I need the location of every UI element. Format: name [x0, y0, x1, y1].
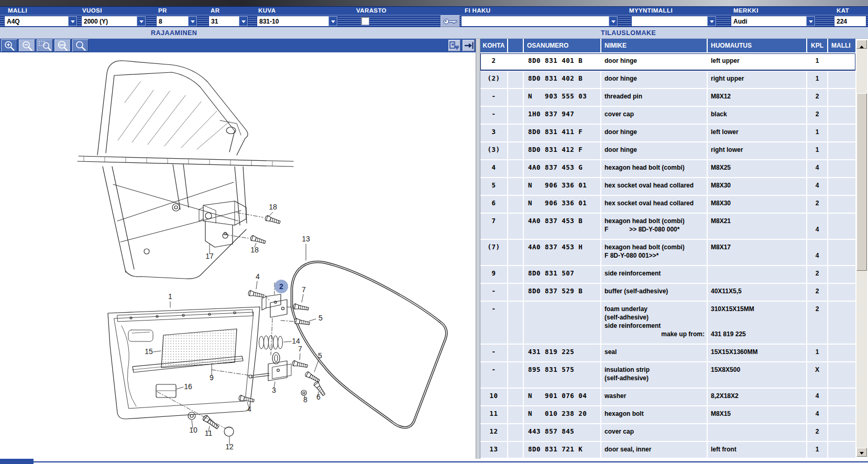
- cell-c3: washer: [601, 389, 708, 405]
- part-callout[interactable]: 5: [318, 351, 322, 360]
- part-callout[interactable]: 16: [184, 382, 192, 391]
- malli-input[interactable]: [5, 16, 77, 26]
- cell-c0: 2: [480, 53, 508, 70]
- merkki-input[interactable]: [731, 16, 815, 26]
- merkki-combobox[interactable]: [731, 16, 816, 27]
- ar-combobox[interactable]: [208, 16, 248, 27]
- part-callout[interactable]: 17: [205, 252, 214, 260]
- table-row[interactable]: (3)8D0 831 412 Fdoor hingeright lower1: [480, 142, 855, 159]
- part-callout[interactable]: 6: [316, 393, 321, 401]
- fi-haku-dropdown-arrow-icon[interactable]: [609, 16, 618, 26]
- cell-c3: side reinforcement: [601, 266, 708, 283]
- kuva-combobox[interactable]: [257, 16, 338, 27]
- part-callout[interactable]: 9: [210, 373, 214, 382]
- cell-c5: 2: [807, 107, 828, 124]
- kat-input[interactable]: [834, 16, 866, 26]
- column-header[interactable]: HUOMAUTUS: [708, 39, 807, 52]
- table-row[interactable]: 28D0 831 401 Bdoor hingeleft upper1: [480, 53, 855, 70]
- varasto-checkbox[interactable]: [361, 17, 369, 25]
- zoom-selection-icon: [38, 40, 52, 51]
- kuva-input[interactable]: [257, 16, 337, 26]
- table-row[interactable]: 10N 901 076 04washer8,2X18X24: [480, 389, 855, 405]
- scroll-down-button[interactable]: [856, 448, 867, 457]
- part-callout[interactable]: 8: [303, 395, 307, 404]
- cell-c1: [508, 71, 524, 88]
- table-row[interactable]: -foam underlay(self-adhesive)side reinfo…: [480, 302, 855, 344]
- cell-c4: left lower: [708, 125, 807, 141]
- table-row[interactable]: 12443 857 845cover cap2: [480, 424, 855, 441]
- part-callout[interactable]: 18: [269, 203, 277, 211]
- table-row[interactable]: 98D0 831 507side reinforcement2: [480, 266, 855, 283]
- key-search-button[interactable]: [441, 15, 460, 27]
- table-row[interactable]: (2)8D0 831 402 Bdoor hingeright upper1: [480, 71, 855, 88]
- zoom-out-button[interactable]: [19, 39, 35, 52]
- table-row[interactable]: 38D0 831 411 Fdoor hingeleft lower1: [480, 125, 855, 141]
- cell-c5: 4: [807, 178, 828, 195]
- part-callout[interactable]: 4: [247, 405, 251, 413]
- myyntimalli-combobox[interactable]: [631, 16, 717, 27]
- ar-dropdown-arrow-icon[interactable]: [239, 16, 248, 26]
- zoom-in-button[interactable]: [1, 39, 17, 52]
- table-row[interactable]: 6N 906 336 01hex socket oval head collar…: [480, 196, 855, 213]
- panel-splitter[interactable]: [476, 39, 480, 460]
- myyntimalli-input[interactable]: [632, 16, 716, 26]
- table-row[interactable]: -1H0 837 947cover capblack2: [480, 107, 855, 124]
- malli-dropdown-arrow-icon[interactable]: [68, 16, 77, 26]
- part-callout[interactable]: 1: [168, 292, 172, 301]
- table-row[interactable]: 5N 906 336 01hex socket oval head collar…: [480, 178, 855, 195]
- table-row[interactable]: -431 819 225seal15X15X1360MM1: [480, 345, 855, 361]
- table-row[interactable]: -N 903 555 03threaded pinM8X122: [480, 89, 855, 106]
- part-callout[interactable]: 18: [250, 246, 259, 254]
- kat-field[interactable]: [834, 16, 866, 27]
- transfer-parts-button[interactable]: [448, 40, 460, 51]
- pr-dropdown-arrow-icon[interactable]: [188, 16, 197, 26]
- cell-c6: [828, 442, 855, 458]
- column-header[interactable]: NIMIKE: [601, 39, 708, 52]
- table-row[interactable]: 74A0 837 453 Bhexagon head bolt (combi)F…: [480, 214, 855, 239]
- part-callout[interactable]: 7: [298, 345, 302, 353]
- part-callout[interactable]: 11: [205, 429, 213, 437]
- part-callout[interactable]: 15: [145, 347, 153, 356]
- fi-haku-combobox[interactable]: [461, 16, 618, 27]
- scroll-up-button[interactable]: [856, 40, 867, 49]
- part-callout[interactable]: 10: [189, 426, 197, 434]
- cell-c4: [708, 424, 807, 441]
- column-header[interactable]: MALLI: [828, 39, 855, 52]
- table-scrollbar[interactable]: [856, 40, 867, 457]
- column-header[interactable]: KPL: [807, 39, 828, 52]
- table-row[interactable]: 138D0 831 721 Kdoor seal, innerleft fron…: [480, 442, 855, 458]
- column-header[interactable]: OSANUMERO: [524, 39, 601, 52]
- cell-c0: (2): [480, 71, 508, 88]
- malli-combobox[interactable]: [4, 16, 78, 27]
- search-button[interactable]: [72, 39, 89, 52]
- zoom-selection-button[interactable]: [37, 39, 53, 52]
- kuva-dropdown-arrow-icon[interactable]: [328, 16, 337, 26]
- cell-c6: [828, 71, 855, 88]
- table-row[interactable]: 44A0 837 453 Ghexagon head bolt (combi)M…: [480, 160, 855, 177]
- part-callout[interactable]: 14: [292, 337, 300, 345]
- merkki-dropdown-arrow-icon[interactable]: [806, 16, 815, 26]
- table-row[interactable]: -895 831 575insulation strip(self-adhesi…: [480, 362, 855, 388]
- vuosi-input[interactable]: [82, 16, 146, 26]
- part-callout[interactable]: 7: [302, 285, 306, 294]
- part-callout[interactable]: 12: [225, 443, 234, 451]
- table-row[interactable]: -8D0 837 529 Bbuffer (self-adhesive)40X1…: [480, 284, 855, 301]
- column-header[interactable]: KOHTA: [480, 39, 508, 52]
- table-row[interactable]: 11N 010 238 20hexagon boltM8X154: [480, 406, 855, 423]
- table-row[interactable]: (7)4A0 837 453 Hhexagon head bolt (combi…: [480, 240, 855, 265]
- fi-haku-input[interactable]: [462, 16, 618, 26]
- part-callout[interactable]: 13: [302, 235, 310, 243]
- myyntimalli-dropdown-arrow-icon[interactable]: [707, 16, 716, 26]
- part-callout[interactable]: 5: [318, 314, 323, 322]
- zoom-100-button[interactable]: 100%: [54, 39, 71, 52]
- parts-diagram-panel[interactable]: 21818171314751415759163864101112: [0, 52, 476, 460]
- vuosi-combobox[interactable]: [81, 16, 146, 27]
- scrollbar-thumb[interactable]: [856, 93, 867, 271]
- fit-width-button[interactable]: [463, 40, 475, 51]
- cell-c6: [828, 160, 855, 177]
- part-callout[interactable]: 3: [272, 386, 276, 394]
- vuosi-dropdown-arrow-icon[interactable]: [137, 16, 146, 26]
- pr-combobox[interactable]: [156, 16, 197, 27]
- part-callout[interactable]: 4: [256, 272, 260, 281]
- column-header[interactable]: [508, 39, 524, 52]
